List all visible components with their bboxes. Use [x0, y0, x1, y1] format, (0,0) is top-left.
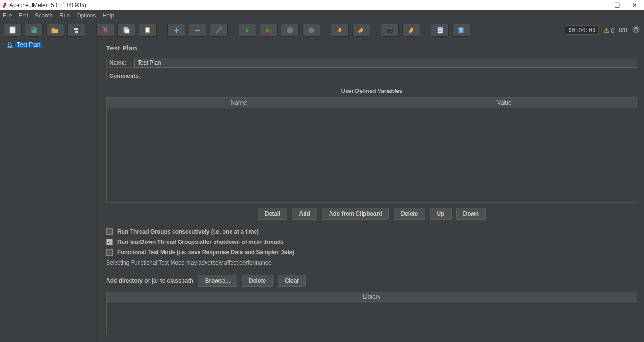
add-from-clipboard-button[interactable]: Add from Clipboard: [322, 208, 389, 220]
cut-button[interactable]: [96, 24, 114, 37]
menu-search[interactable]: Search: [35, 12, 53, 19]
stop-icon: [287, 27, 293, 33]
delete-button[interactable]: Delete: [394, 208, 425, 220]
library-col-header[interactable]: Library: [106, 292, 637, 302]
toolbar: ? 00:00:00 ⚠ 0 0/0: [0, 21, 644, 39]
minus-icon: [194, 26, 201, 34]
detail-button[interactable]: Detail: [258, 208, 288, 220]
play-no-timer-icon: [265, 27, 272, 33]
collapse-button[interactable]: [189, 24, 206, 37]
clear-all-button[interactable]: [352, 24, 370, 37]
editor-panel: Test Plan Name: Comments: User Defined V…: [99, 39, 644, 342]
window-maximize-button[interactable]: ☐: [614, 1, 620, 9]
tree-node-test-plan[interactable]: Test Plan: [0, 40, 96, 50]
menu-run[interactable]: Run: [59, 12, 70, 19]
toggle-button[interactable]: [210, 24, 228, 37]
svg-point-14: [362, 27, 364, 29]
window-title: Apache JMeter (5.0 r1840935): [9, 2, 86, 8]
classpath-label: Add directory or jar to classpath: [106, 277, 193, 284]
warning-count: 0: [611, 27, 615, 34]
svg-rect-9: [125, 29, 129, 33]
down-button[interactable]: Down: [456, 208, 486, 220]
consecutive-label: Run Thread Groups consecutively (i.e. on…: [117, 228, 259, 235]
warning-indicator[interactable]: ⚠ 0: [603, 26, 614, 34]
help-icon: ?: [457, 26, 465, 34]
gauge-icon: [632, 25, 640, 35]
brush-icon: [407, 26, 415, 34]
broom-all-icon: [357, 26, 365, 34]
panel-title: Test Plan: [106, 44, 637, 52]
svg-rect-4: [74, 28, 78, 30]
timer-display: 00:00:00: [565, 25, 599, 35]
warning-icon: ⚠: [603, 26, 610, 34]
start-no-timers-button[interactable]: [260, 24, 278, 37]
clear-button[interactable]: [331, 24, 349, 37]
start-button[interactable]: [239, 24, 256, 37]
svg-rect-5: [75, 31, 78, 33]
svg-rect-17: [388, 28, 392, 29]
consecutive-checkbox[interactable]: [106, 228, 113, 235]
col-header-value[interactable]: Value: [372, 98, 637, 108]
save-button[interactable]: [67, 24, 85, 37]
open-button[interactable]: [46, 24, 64, 37]
file-new-icon: [9, 26, 17, 34]
add-button[interactable]: Add: [292, 208, 317, 220]
name-label: Name:: [106, 58, 134, 68]
paste-button[interactable]: [139, 24, 157, 37]
window-minimize-button[interactable]: —: [596, 1, 603, 9]
svg-point-12: [269, 30, 272, 33]
user-defined-vars-table[interactable]: Name: Value: [106, 97, 637, 203]
library-table-body[interactable]: [106, 302, 637, 334]
copy-icon: [123, 26, 130, 34]
svg-rect-2: [32, 28, 34, 30]
new-button[interactable]: [4, 24, 22, 37]
wand-icon: [215, 26, 223, 34]
shutdown-button[interactable]: [302, 24, 320, 37]
classpath-clear-button[interactable]: Clear: [278, 275, 306, 287]
window-titlebar: Apache JMeter (5.0 r1840935) — ☐ ✕: [0, 0, 644, 10]
stop-button[interactable]: [281, 24, 299, 37]
svg-text:?: ?: [460, 27, 463, 33]
menu-help[interactable]: Help: [103, 12, 115, 19]
function-helper-button[interactable]: [431, 24, 449, 37]
user-defined-vars-title: User Defined Variables: [106, 84, 637, 97]
menu-file[interactable]: File: [3, 12, 12, 19]
classpath-delete-button[interactable]: Delete: [242, 275, 273, 287]
svg-point-16: [390, 29, 393, 32]
menu-edit[interactable]: Edit: [18, 12, 28, 19]
menu-options[interactable]: Options: [76, 12, 96, 19]
vars-table-body[interactable]: [107, 108, 637, 202]
folder-open-icon: [51, 26, 59, 34]
col-header-name[interactable]: Name:: [107, 98, 372, 108]
up-button[interactable]: Up: [430, 208, 452, 220]
app-feather-icon: [2, 2, 8, 8]
templates-button[interactable]: [25, 24, 43, 37]
save-icon: [73, 26, 80, 34]
help-button[interactable]: ?: [452, 24, 470, 37]
functional-mode-checkbox[interactable]: [106, 249, 113, 256]
templates-icon: [30, 26, 38, 34]
svg-point-13: [308, 27, 314, 33]
browse-button[interactable]: Browse...: [198, 275, 237, 287]
tree-node-label: Test Plan: [17, 42, 40, 48]
broom-icon: [336, 26, 344, 34]
scissors-icon: [101, 26, 109, 34]
functional-mode-label: Functional Test Mode (i.e. save Response…: [117, 249, 294, 256]
teardown-label: Run tearDown Thread Groups after shutdow…: [117, 239, 284, 245]
svg-rect-19: [437, 28, 438, 33]
beaker-icon: [5, 42, 15, 48]
functional-mode-hint: Selecting Functional Test Mode may adver…: [106, 259, 637, 266]
name-input[interactable]: [134, 58, 637, 68]
notepad-icon: [436, 26, 444, 34]
search-button[interactable]: [381, 24, 399, 37]
expand-button[interactable]: [167, 24, 185, 37]
window-close-button[interactable]: ✕: [632, 1, 637, 9]
copy-button[interactable]: [117, 24, 135, 37]
comments-input[interactable]: [141, 71, 637, 81]
teardown-checkbox[interactable]: ✓: [106, 239, 113, 245]
thread-count: 0/0: [619, 27, 627, 33]
test-plan-tree[interactable]: Test Plan: [0, 39, 97, 342]
clipboard-icon: [144, 26, 151, 34]
binoculars-icon: [386, 26, 394, 34]
reset-search-button[interactable]: [402, 24, 420, 37]
